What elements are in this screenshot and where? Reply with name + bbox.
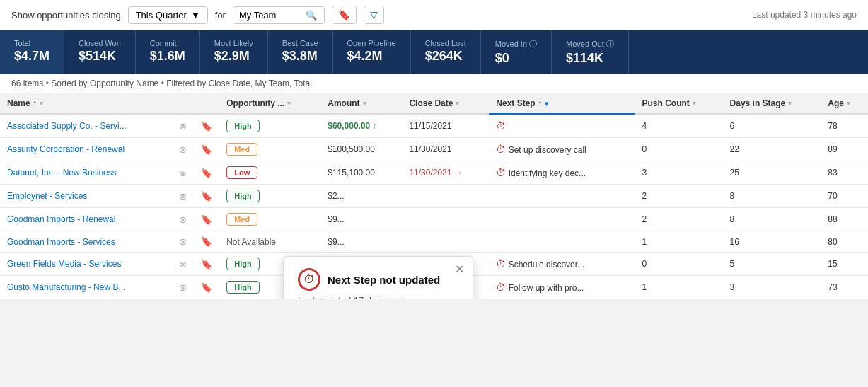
age-sort-caret: ▾: [847, 100, 850, 107]
row-push-count-cell: 1: [635, 231, 722, 253]
row-close-date-cell: [402, 208, 489, 231]
table-row: Datanet, Inc. - New Business⊗🔖Low$115,10…: [0, 161, 868, 185]
row-flag-cell: ⊗: [172, 231, 194, 253]
flag-icon[interactable]: ⊗: [179, 259, 187, 270]
flag-icon[interactable]: ⊗: [179, 121, 187, 132]
name-sort-caret: ▾: [40, 100, 43, 107]
days-in-stage-value: 16: [730, 237, 739, 247]
row-flag-cell: ⊗: [172, 253, 194, 276]
row-name-link[interactable]: Goodman Imports - Services: [7, 237, 115, 247]
age-value: 83: [828, 168, 837, 178]
row-bookmark-cell: 🔖: [194, 276, 219, 299]
summary-open-pipeline[interactable]: Open Pipeline $4.2M: [333, 30, 411, 74]
row-name-link[interactable]: Employnet - Services: [7, 191, 87, 201]
tooltip-close-button[interactable]: ✕: [455, 262, 464, 276]
row-opportunity-cell: Med: [219, 208, 320, 231]
flag-icon[interactable]: ⊗: [179, 282, 187, 293]
summary-moved-in-label: Moved In ⓘ: [495, 39, 537, 50]
row-push-count-cell: 2: [635, 208, 722, 231]
bookmark-icon[interactable]: 🔖: [201, 191, 212, 202]
col-days-in-stage[interactable]: Days in Stage ▾: [723, 93, 821, 114]
push-count-value: 2: [642, 214, 647, 224]
flag-icon[interactable]: ⊗: [179, 144, 187, 155]
bookmark-icon[interactable]: 🔖: [201, 282, 212, 293]
age-value: 88: [828, 214, 837, 224]
summary-commit[interactable]: Commit $1.6M: [136, 30, 200, 74]
close-date-sort-caret: ▾: [456, 100, 459, 107]
row-days-in-stage-cell: 5: [723, 253, 821, 276]
flag-icon[interactable]: ⊗: [179, 214, 187, 225]
next-step-tooltip: ✕ ⏱ Next Step not updated Last updated 1…: [283, 256, 473, 299]
row-flag-cell: ⊗: [172, 185, 194, 208]
next-step-clock-icon: ⏱: [496, 120, 506, 132]
row-push-count-cell: 0: [635, 253, 722, 276]
bookmark-icon[interactable]: 🔖: [201, 144, 212, 155]
summary-total[interactable]: Total $4.7M: [0, 30, 64, 74]
next-step-clock-icon: ⏱: [496, 282, 506, 293]
amount-value: $9...: [328, 237, 344, 247]
col-opportunity[interactable]: Opportunity ... ▾: [219, 93, 320, 114]
row-name-link[interactable]: Goodman Imports - Renewal: [7, 214, 115, 224]
summary-moved-in[interactable]: Moved In ⓘ $0: [481, 30, 552, 74]
col-amount[interactable]: Amount ▾: [320, 93, 402, 114]
row-opportunity-cell: Med: [219, 138, 320, 161]
summary-closed-lost[interactable]: Closed Lost $264K: [411, 30, 481, 74]
flag-icon[interactable]: ⊗: [179, 168, 187, 178]
filter-button[interactable]: ▽: [364, 6, 384, 24]
summary-moved-out-value: $114K: [566, 51, 614, 66]
summary-closed-won-value: $514K: [79, 49, 121, 64]
row-flag-cell: ⊗: [172, 276, 194, 299]
summary-best-case-value: $3.8M: [282, 49, 318, 64]
opportunity-badge: Med: [226, 213, 257, 226]
opportunity-badge: High: [226, 120, 259, 132]
flag-icon[interactable]: ⊗: [179, 236, 187, 247]
row-close-date-cell: 11/30/2021: [402, 138, 489, 161]
row-amount-cell: $100,500.00: [320, 138, 402, 161]
quarter-dropdown[interactable]: This Quarter ▼: [128, 6, 208, 24]
summary-closed-won[interactable]: Closed Won $514K: [64, 30, 136, 74]
team-search-input[interactable]: [239, 10, 303, 21]
row-name-link[interactable]: Associated Supply Co. - Servi...: [7, 121, 127, 131]
row-next-step-cell: ⏱: [489, 114, 635, 138]
age-value: 78: [828, 121, 837, 131]
row-days-in-stage-cell: 8: [723, 185, 821, 208]
row-age-cell: 73: [821, 276, 868, 299]
search-icon: 🔍: [306, 10, 317, 21]
row-bookmark-cell: 🔖: [194, 161, 219, 185]
summary-closed-lost-label: Closed Lost: [425, 39, 466, 47]
row-push-count-cell: 2: [635, 185, 722, 208]
col-push-count[interactable]: Push Count ▾: [635, 93, 722, 114]
bookmark-icon[interactable]: 🔖: [201, 214, 212, 225]
summary-best-case[interactable]: Best Case $3.8M: [268, 30, 333, 74]
summary-moved-out[interactable]: Moved Out ⓘ $114K: [552, 30, 629, 74]
row-name-link[interactable]: Green Fields Media - Services: [7, 259, 121, 269]
flag-icon[interactable]: ⊗: [179, 191, 187, 202]
col-next-step[interactable]: Next Step ↑ ▾: [489, 93, 635, 114]
row-name-link[interactable]: Gusto Manufacturing - New B...: [7, 282, 125, 292]
col-name[interactable]: Name ↑ ▾: [0, 93, 172, 114]
bookmark-icon[interactable]: 🔖: [201, 259, 212, 270]
summary-most-likely[interactable]: Most Likely $2.9M: [200, 30, 268, 74]
col-close-date[interactable]: Close Date ▾: [402, 93, 489, 114]
push-count-value: 0: [642, 144, 647, 154]
bookmark-icon[interactable]: 🔖: [201, 168, 212, 178]
row-name-link[interactable]: Assurity Corporation - Renewal: [7, 144, 125, 154]
row-next-step-cell: ⏱ Identifying key dec...: [489, 161, 635, 185]
row-days-in-stage-cell: 3: [723, 276, 821, 299]
team-search-box[interactable]: 🔍: [233, 6, 325, 24]
row-age-cell: 15: [821, 253, 868, 276]
row-name-link[interactable]: Datanet, Inc. - New Business: [7, 168, 117, 178]
close-date-value: 11/15/2021: [409, 121, 451, 131]
bookmark-icon[interactable]: 🔖: [201, 236, 212, 247]
quarter-value: This Quarter: [136, 10, 187, 21]
close-date-value: 11/30/2021 →: [409, 168, 462, 178]
bookmark-icon[interactable]: 🔖: [201, 121, 212, 132]
days-in-stage-value: 25: [730, 168, 739, 178]
age-value: 80: [828, 237, 837, 247]
col-age[interactable]: Age ▾: [821, 93, 868, 114]
row-close-date-cell: [402, 231, 489, 253]
table-row: Employnet - Services⊗🔖High$2...2870: [0, 185, 868, 208]
bookmark-button[interactable]: 🔖: [332, 6, 357, 24]
row-days-in-stage-cell: 25: [723, 161, 821, 185]
row-push-count-cell: 0: [635, 138, 722, 161]
